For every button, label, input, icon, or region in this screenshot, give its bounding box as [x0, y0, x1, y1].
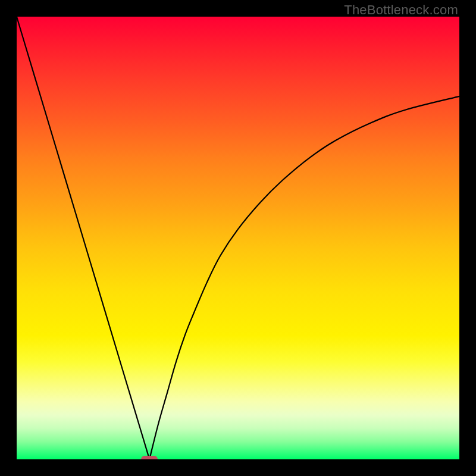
bottleneck-curve: [17, 17, 459, 459]
minimum-marker: [141, 456, 158, 459]
curve-right-branch: [149, 96, 459, 459]
plot-area: [17, 17, 459, 459]
watermark-text: TheBottleneck.com: [344, 2, 458, 18]
chart-frame: TheBottleneck.com: [0, 0, 476, 476]
curve-left-branch: [17, 17, 149, 459]
